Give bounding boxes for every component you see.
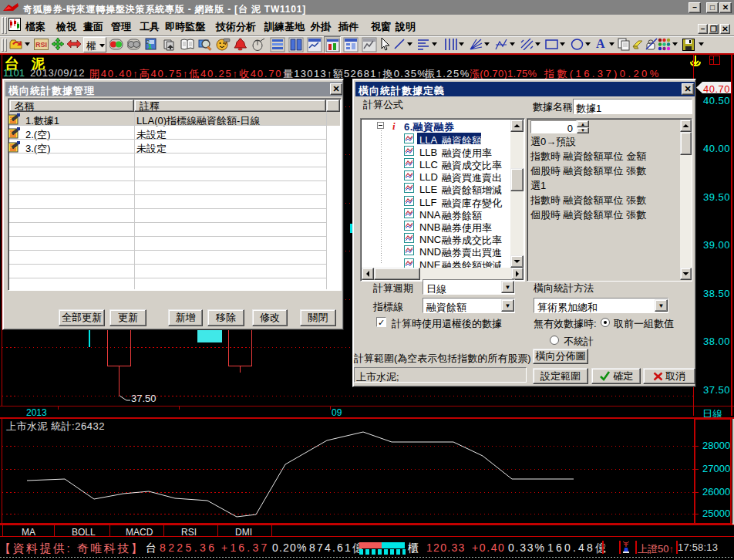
svg-text:2: 2 xyxy=(146,39,150,45)
